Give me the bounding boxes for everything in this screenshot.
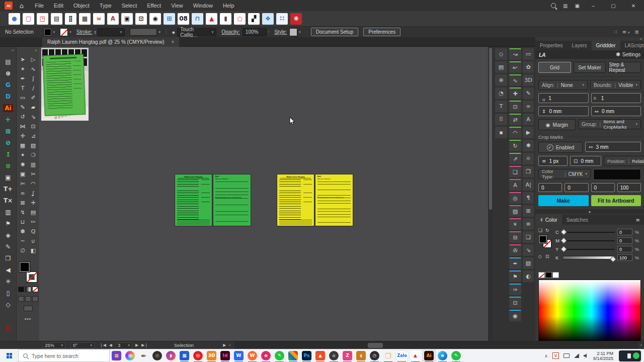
slider-track[interactable] <box>562 249 615 250</box>
join-tool[interactable]: ∪ <box>28 236 39 246</box>
apple-icon[interactable]: ● <box>9 13 20 25</box>
set-maker-button[interactable]: Set Maker <box>574 62 606 73</box>
placed-photo[interactable]: RAGON <box>41 48 89 121</box>
align-dropdown[interactable]: Align:| None▾ <box>538 80 588 90</box>
slider-track[interactable] <box>562 256 615 259</box>
type-tool[interactable]: T <box>18 83 28 93</box>
cmyk-value-input[interactable]: 100 <box>617 183 641 192</box>
hidden-icons-chevron[interactable]: ∧ <box>544 353 548 358</box>
slider-value-input[interactable]: 0 <box>617 246 632 252</box>
slider-value-input[interactable]: 100 <box>617 254 632 261</box>
mosaic-icon[interactable] <box>286 349 300 362</box>
make-button[interactable]: Make <box>538 195 589 206</box>
swap-panel-icon[interactable]: ⇄ <box>509 114 521 125</box>
puppet-warp-tool[interactable]: ✢ <box>18 131 28 141</box>
next-artboard-icon[interactable]: ▶ <box>135 343 138 347</box>
cube-icon[interactable]: ◇ <box>538 254 542 259</box>
chevron-down-icon[interactable]: ▾ <box>53 30 55 34</box>
canvas[interactable]: RAGON Ralph Lauren Hangtag Back Special … <box>39 47 488 341</box>
circles-panel-icon[interactable]: ◉ <box>509 310 521 321</box>
type-x-icon[interactable]: T× <box>3 197 13 205</box>
eyedropper-tool[interactable]: ✦ <box>18 150 28 160</box>
network-tray-icon[interactable] <box>574 353 579 358</box>
gears-panel-icon[interactable]: ✱ <box>523 140 534 151</box>
select-box-panel-icon[interactable]: ⊡ <box>509 101 521 112</box>
apple-outline-icon[interactable]: ○ <box>234 13 246 25</box>
mesh-tool[interactable]: ▦ <box>18 141 28 150</box>
black-swatch[interactable] <box>545 272 552 278</box>
marquee-dots-icon[interactable]: ∷ <box>276 13 288 25</box>
type-style-panel-icon[interactable]: A <box>509 179 521 191</box>
horizontal-scrollbar[interactable] <box>234 341 638 349</box>
tab-griddder[interactable]: Griddder <box>592 41 620 50</box>
color-button[interactable] <box>18 287 24 292</box>
g-tool-icon[interactable]: G <box>3 81 13 89</box>
pen-knife-icon[interactable]: ▮ <box>220 13 231 25</box>
wps-blue-icon[interactable]: W <box>232 349 246 362</box>
replace-panel-icon[interactable]: ↻ <box>509 140 521 151</box>
bleed-input[interactable]: ↔3 mm <box>585 142 641 152</box>
slash-circle-icon[interactable]: ⊘ <box>3 139 13 147</box>
dotted-frame-panel-icon[interactable]: ⊞ <box>523 205 534 217</box>
arrows-panel-icon[interactable]: ⇗ <box>509 153 521 164</box>
red-frame-plus-icon[interactable]: ◳ <box>37 13 48 25</box>
align-dots-icon[interactable]: ∷ <box>614 29 617 35</box>
lasso-tool[interactable]: ∿ <box>28 64 39 74</box>
magic-wand-tool[interactable]: ✶ <box>18 64 28 74</box>
menu-item[interactable]: File <box>30 0 49 11</box>
menu-item[interactable]: View <box>166 0 188 11</box>
scale-tool[interactable]: ⇘ <box>28 112 39 122</box>
touch-icon[interactable]: ❖ <box>262 13 274 25</box>
o-pink-icon[interactable]: o <box>259 349 273 362</box>
stroke-width-dropdown[interactable]: ▾ <box>98 28 125 36</box>
zoom-level-dropdown[interactable]: 25%▾ <box>42 342 65 348</box>
color-type-dropdown[interactable]: Color Type:| CMYK▾ <box>538 169 591 179</box>
brightness-panel-icon[interactable]: ☀ <box>509 218 521 230</box>
minimize-button[interactable]: – <box>587 3 600 9</box>
shaper-tool[interactable]: ✎ <box>18 103 28 112</box>
threed-panel-icon[interactable]: 3D <box>523 74 534 86</box>
smooth-tool[interactable]: ~ <box>18 236 28 246</box>
vertical-scrollbar[interactable] <box>488 47 493 341</box>
horizontal-spacing-input[interactable]: ⇔0 mm <box>591 106 641 116</box>
prev-artboard-icon[interactable]: ◀ <box>109 343 112 347</box>
slider-handle[interactable] <box>560 246 567 252</box>
pencil-tool[interactable]: ✏ <box>28 217 39 227</box>
stroke-proxy[interactable] <box>26 272 37 283</box>
curve-panel-icon[interactable]: ↝ <box>509 48 521 60</box>
type-plus-icon[interactable]: T+ <box>3 185 13 193</box>
align-cross-icon[interactable]: ✛ <box>3 116 13 124</box>
none-button[interactable] <box>32 287 38 292</box>
link-box-icon[interactable]: ❐ <box>3 254 13 262</box>
zoom-art-panel-icon[interactable]: ◎ <box>509 192 521 204</box>
chevron-down-icon[interactable]: ▾ <box>69 30 71 34</box>
draw-normal-icon[interactable] <box>18 296 24 302</box>
menu-item[interactable]: Effect <box>142 0 166 11</box>
crop-marks-icon[interactable]: ⊡ <box>135 13 147 25</box>
copy-panel-icon[interactable]: ❐ <box>523 166 534 177</box>
cmyk-value-input[interactable]: 0 <box>538 183 562 192</box>
eraser-tool[interactable]: ▰ <box>28 103 39 112</box>
swap-rings-icon[interactable]: ∞ <box>93 13 105 25</box>
photoshop-icon[interactable]: Ps <box>300 349 313 362</box>
scroll-right-icon[interactable]: › <box>640 343 642 347</box>
menu-item[interactable]: Type <box>95 0 117 11</box>
taskbar-search[interactable]: Type here to search <box>18 349 110 362</box>
threed-app-icon[interactable]: 3D <box>205 349 218 362</box>
tab-lascripts[interactable]: LAScripts <box>620 41 644 50</box>
home-icon[interactable]: ⌂ <box>20 2 24 10</box>
tape-panel-icon[interactable]: ✇ <box>509 244 521 256</box>
green-pen-icon[interactable]: ✎ <box>273 349 286 362</box>
menu-item[interactable]: Edit <box>49 0 68 11</box>
swatch-grid-icon[interactable]: ▣ <box>3 173 13 182</box>
file-explorer-icon[interactable]: ❒ <box>381 349 395 362</box>
workspace-switcher-icon[interactable]: ▥ <box>563 3 568 9</box>
dots-app-icon[interactable]: ⠶ <box>327 349 341 362</box>
gradient-button[interactable] <box>25 287 31 292</box>
rectangle-tool[interactable]: ▭ <box>18 93 28 103</box>
gradient-tool[interactable]: ▧ <box>28 141 39 150</box>
shadow-panel-icon[interactable]: ❏ <box>509 166 521 177</box>
selection-tool[interactable]: ➤ <box>18 55 28 64</box>
slider-handle[interactable] <box>610 256 616 262</box>
ai-badge-icon[interactable]: Ai <box>3 104 13 112</box>
